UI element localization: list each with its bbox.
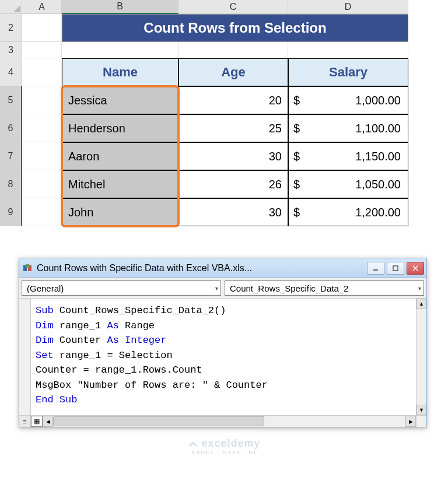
vba-app-icon xyxy=(22,262,33,274)
vba-scroll-horizontal[interactable]: ◀ ▶ xyxy=(43,416,416,427)
header-age[interactable]: Age xyxy=(178,58,288,86)
currency: $ xyxy=(293,178,300,191)
minimize-button[interactable] xyxy=(367,262,384,275)
row-header-2[interactable]: 2 xyxy=(0,14,22,42)
header-name[interactable]: Name xyxy=(62,58,178,86)
cell-sal-3[interactable]: $1,050.00 xyxy=(288,170,408,198)
row-header-4[interactable]: 4 xyxy=(0,58,22,86)
cell-A6[interactable] xyxy=(22,114,62,142)
maximize-button[interactable] xyxy=(387,262,404,275)
cell-age-4[interactable]: 30 xyxy=(178,198,288,226)
amount: 1,050.00 xyxy=(355,178,401,191)
cell-sal-1[interactable]: $1,100.00 xyxy=(288,114,408,142)
close-button[interactable] xyxy=(407,262,424,275)
cell-age-1[interactable]: 25 xyxy=(178,114,288,142)
scroll-up-icon[interactable]: ▲ xyxy=(416,299,426,309)
col-header-C[interactable]: C xyxy=(178,0,288,14)
row-header-9[interactable]: 9 xyxy=(0,198,22,226)
cell-age-0[interactable]: 20 xyxy=(178,86,288,114)
cell-C3[interactable] xyxy=(178,42,288,58)
vba-object-dropdown[interactable]: (General)▾ xyxy=(22,280,221,296)
cell-name-3[interactable]: Mitchel xyxy=(62,170,178,198)
vba-view-procedure[interactable]: ≡ xyxy=(19,416,31,427)
logo-icon xyxy=(187,440,199,449)
svg-rect-4 xyxy=(393,266,398,271)
currency: $ xyxy=(293,94,300,107)
currency: $ xyxy=(293,122,300,135)
scroll-left-icon[interactable]: ◀ xyxy=(43,416,53,427)
watermark-brand: exceldemy xyxy=(201,437,260,450)
select-all-corner[interactable] xyxy=(0,0,22,14)
cell-A7[interactable] xyxy=(22,142,62,170)
scroll-down-icon[interactable]: ▼ xyxy=(416,405,426,415)
col-header-D[interactable]: D xyxy=(288,0,408,14)
row-header-8[interactable]: 8 xyxy=(0,170,22,198)
cell-D3[interactable] xyxy=(288,42,408,58)
cell-A9[interactable] xyxy=(22,198,62,226)
vba-view-full[interactable]: ▦ xyxy=(31,416,43,427)
cell-A2[interactable] xyxy=(22,14,62,42)
vba-object-value: (General) xyxy=(27,283,64,293)
header-salary[interactable]: Salary xyxy=(288,58,408,86)
col-header-A[interactable]: A xyxy=(22,0,62,14)
cell-name-4[interactable]: John xyxy=(62,198,178,226)
row-header-5[interactable]: 5 xyxy=(0,86,22,114)
cell-A3[interactable] xyxy=(22,42,62,58)
vba-proc-dropdown[interactable]: Count_Rows_Specific_Data_2▾ xyxy=(225,280,424,296)
vba-window: Count Rows with Specific Data with Excel… xyxy=(19,258,427,427)
chevron-down-icon: ▾ xyxy=(418,285,421,292)
vba-title-text: Count Rows with Specific Data with Excel… xyxy=(37,263,365,273)
vba-titlebar[interactable]: Count Rows with Specific Data with Excel… xyxy=(19,258,426,278)
vba-scroll-vertical[interactable]: ▲ ▼ xyxy=(416,299,426,415)
row-header-3[interactable]: 3 xyxy=(0,42,22,58)
row-header-7[interactable]: 7 xyxy=(0,142,22,170)
spreadsheet: A B C D 2 Count Rows from Selection 3 4 … xyxy=(0,0,448,226)
cell-A5[interactable] xyxy=(22,86,62,114)
cell-name-0[interactable]: Jessica xyxy=(62,86,178,114)
watermark-tag: EXCEL · DATA · BI xyxy=(191,450,256,455)
scroll-track-h[interactable] xyxy=(53,416,405,427)
col-header-B[interactable]: B xyxy=(62,0,178,14)
amount: 1,150.00 xyxy=(355,150,401,163)
row-header-6[interactable]: 6 xyxy=(0,114,22,142)
amount: 1,000.00 xyxy=(355,94,401,107)
amount: 1,200.00 xyxy=(355,206,401,219)
chevron-down-icon: ▾ xyxy=(215,285,218,292)
cell-A4[interactable] xyxy=(22,58,62,86)
cell-sal-4[interactable]: $1,200.00 xyxy=(288,198,408,226)
cell-age-3[interactable]: 26 xyxy=(178,170,288,198)
vba-proc-value: Count_Rows_Specific_Data_2 xyxy=(230,283,348,293)
scroll-right-icon[interactable]: ▶ xyxy=(405,416,416,427)
vba-resize-grip[interactable] xyxy=(416,416,426,427)
scroll-thumb[interactable] xyxy=(53,416,264,426)
vba-gutter xyxy=(19,299,31,415)
cell-age-2[interactable]: 30 xyxy=(178,142,288,170)
title-banner[interactable]: Count Rows from Selection xyxy=(62,14,408,42)
cell-sal-2[interactable]: $1,150.00 xyxy=(288,142,408,170)
cell-name-1[interactable]: Henderson xyxy=(62,114,178,142)
currency: $ xyxy=(293,150,300,163)
svg-rect-2 xyxy=(26,264,29,268)
scroll-track-v[interactable] xyxy=(416,309,426,405)
cell-name-2[interactable]: Aaron xyxy=(62,142,178,170)
amount: 1,100.00 xyxy=(355,122,401,135)
cell-A8[interactable] xyxy=(22,170,62,198)
currency: $ xyxy=(293,206,300,219)
vba-code-editor[interactable]: Sub Count_Rows_Specific_Data_2() Dim ran… xyxy=(31,299,416,415)
cell-sal-0[interactable]: $1,000.00 xyxy=(288,86,408,114)
watermark: exceldemy EXCEL · DATA · BI xyxy=(0,437,448,455)
cell-B3[interactable] xyxy=(62,42,178,58)
